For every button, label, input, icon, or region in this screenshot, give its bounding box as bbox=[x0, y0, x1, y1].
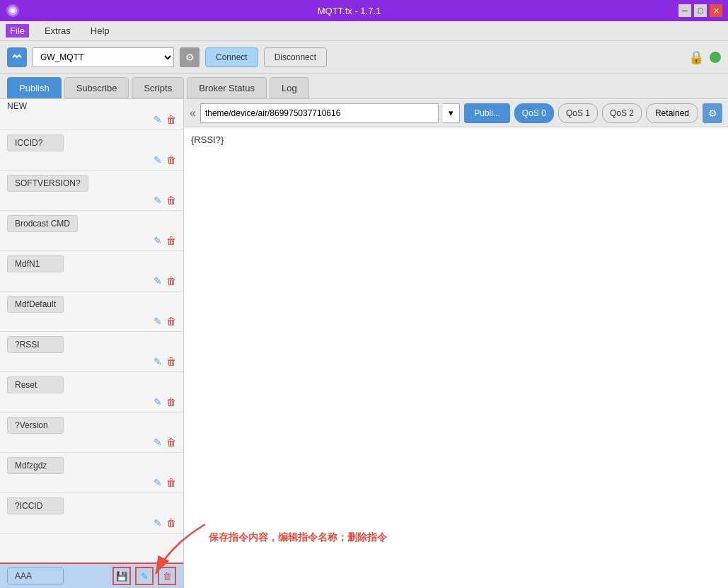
topic-settings-button[interactable]: ⚙ bbox=[703, 103, 722, 123]
edit-icon-0[interactable]: ✎ bbox=[154, 154, 162, 166]
app-icon bbox=[6, 4, 20, 18]
svg-point-2 bbox=[11, 8, 15, 13]
retained-button[interactable]: Retained bbox=[646, 103, 698, 123]
status-indicator bbox=[710, 52, 721, 63]
tab-subscribe[interactable]: Subscribe bbox=[64, 77, 129, 98]
edit-icon-4[interactable]: ✎ bbox=[154, 316, 162, 327]
topic-dropdown[interactable]: ▾ bbox=[443, 103, 460, 123]
delete-icon-8[interactable]: 🗑 bbox=[166, 477, 176, 488]
top-item-label: NEW bbox=[7, 101, 27, 111]
annotation-text: 保存指令内容，编辑指令名称；删除指令 bbox=[209, 531, 387, 544]
disconnect-button[interactable]: Disconnect bbox=[264, 47, 327, 67]
edit-icon-3[interactable]: ✎ bbox=[154, 275, 162, 287]
edit-icon-top[interactable]: ✎ bbox=[154, 114, 162, 125]
delete-icon-6[interactable]: 🗑 bbox=[166, 396, 176, 408]
list-item: ?ICCID bbox=[0, 495, 183, 516]
list-item: Mdfzgdz bbox=[0, 454, 183, 475]
edit-icon-bottom: ✎ bbox=[141, 571, 149, 582]
list-item: MdfN1 bbox=[0, 253, 183, 274]
publish-button[interactable]: Publi... bbox=[464, 103, 510, 123]
item-button-reset[interactable]: Reset bbox=[7, 376, 64, 393]
qos1-button[interactable]: QoS 1 bbox=[558, 103, 598, 123]
item-button-brodcast[interactable]: Brodcast CMD bbox=[7, 215, 78, 232]
edit-icon-9[interactable]: ✎ bbox=[154, 517, 162, 529]
delete-action-box[interactable]: 🗑 bbox=[158, 567, 176, 585]
item-button-iccid[interactable]: ICCID? bbox=[7, 134, 64, 151]
connect-button[interactable]: Connect bbox=[205, 47, 258, 67]
item-button-mdfn1[interactable]: MdfN1 bbox=[7, 255, 64, 272]
right-panel: « ▾ Publi... QoS 0 QoS 1 QoS 2 Retained … bbox=[184, 99, 728, 588]
left-panel-bottom: AAA 💾 ✎ 🗑 bbox=[0, 563, 183, 588]
lock-icon: 🔒 bbox=[688, 50, 704, 65]
maximize-button[interactable]: □ bbox=[694, 4, 707, 17]
edit-icon-1[interactable]: ✎ bbox=[154, 195, 162, 206]
left-panel: NEW ✎ 🗑 ICCID? ✎ 🗑 SOFTVERSION? ✎ 🗑 Brod… bbox=[0, 99, 184, 588]
list-item: Reset bbox=[0, 374, 183, 395]
save-action-box[interactable]: 💾 bbox=[112, 567, 131, 585]
delete-icon-bottom: 🗑 bbox=[163, 571, 172, 582]
connection-icon bbox=[7, 47, 27, 67]
back-button[interactable]: « bbox=[190, 107, 196, 120]
delete-icon-2[interactable]: 🗑 bbox=[166, 235, 176, 246]
item-button-iccid2[interactable]: ?ICCID bbox=[7, 497, 64, 514]
tab-broker-status[interactable]: Broker Status bbox=[187, 77, 267, 98]
annotation-container: 保存指令内容，编辑指令名称；删除指令 bbox=[209, 531, 387, 544]
toolbar: GW_MQTT ⚙ Connect Disconnect 🔒 bbox=[0, 41, 728, 74]
delete-icon-3[interactable]: 🗑 bbox=[166, 275, 176, 287]
edit-icon-2[interactable]: ✎ bbox=[154, 235, 162, 246]
delete-icon-9[interactable]: 🗑 bbox=[166, 517, 176, 529]
item-button-softversion[interactable]: SOFTVERSION? bbox=[7, 175, 88, 192]
tab-scripts[interactable]: Scripts bbox=[132, 77, 184, 98]
item-button-aaa[interactable]: AAA bbox=[7, 567, 64, 584]
menu-extras[interactable]: Extras bbox=[40, 24, 75, 38]
main-content: NEW ✎ 🗑 ICCID? ✎ 🗑 SOFTVERSION? ✎ 🗑 Brod… bbox=[0, 99, 728, 588]
list-item: SOFTVERSION? bbox=[0, 172, 183, 193]
delete-icon-top[interactable]: 🗑 bbox=[166, 114, 176, 125]
tabbar: Publish Subscribe Scripts Broker Status … bbox=[0, 74, 728, 99]
app-title: MQTT.fx - 1.7.1 bbox=[20, 6, 678, 16]
edit-icon-8[interactable]: ✎ bbox=[154, 477, 162, 488]
edit-icon-5[interactable]: ✎ bbox=[154, 356, 162, 367]
tab-publish[interactable]: Publish bbox=[7, 77, 62, 98]
delete-icon-5[interactable]: 🗑 bbox=[166, 356, 176, 367]
broker-select[interactable]: GW_MQTT bbox=[33, 47, 174, 67]
item-button-rssi[interactable]: ?RSSI bbox=[7, 336, 64, 353]
message-area[interactable]: {RSSI?} bbox=[184, 127, 728, 588]
titlebar: MQTT.fx - 1.7.1 ─ □ ✕ bbox=[0, 0, 728, 21]
list-item: MdfDefault bbox=[0, 293, 183, 314]
topic-bar: « ▾ Publi... QoS 0 QoS 1 QoS 2 Retained … bbox=[184, 99, 728, 127]
item-button-version[interactable]: ?Version bbox=[7, 417, 64, 434]
list-item: ?RSSI bbox=[0, 333, 183, 354]
menubar: File Extras Help bbox=[0, 21, 728, 41]
menu-help[interactable]: Help bbox=[86, 24, 114, 38]
delete-icon-7[interactable]: 🗑 bbox=[166, 437, 176, 448]
item-button-mdfzgdz[interactable]: Mdfzgdz bbox=[7, 457, 64, 474]
qos2-button[interactable]: QoS 2 bbox=[602, 103, 642, 123]
tab-log[interactable]: Log bbox=[270, 77, 309, 98]
list-item: Brodcast CMD bbox=[0, 212, 183, 234]
menu-file[interactable]: File bbox=[6, 24, 29, 38]
topic-input[interactable] bbox=[200, 103, 439, 123]
save-icon: 💾 bbox=[116, 571, 127, 582]
close-button[interactable]: ✕ bbox=[710, 4, 722, 17]
delete-icon-1[interactable]: 🗑 bbox=[166, 195, 176, 206]
settings-button[interactable]: ⚙ bbox=[180, 47, 200, 67]
item-button-mdfdefault[interactable]: MdfDefault bbox=[7, 296, 64, 313]
edit-icon-7[interactable]: ✎ bbox=[154, 437, 162, 448]
message-content: {RSSI?} bbox=[191, 134, 721, 145]
list-item: ICCID? bbox=[0, 132, 183, 153]
delete-icon-4[interactable]: 🗑 bbox=[166, 316, 176, 327]
delete-icon-0[interactable]: 🗑 bbox=[166, 154, 176, 166]
list-item: ?Version bbox=[0, 414, 183, 435]
minimize-button[interactable]: ─ bbox=[678, 4, 691, 17]
edit-icon-6[interactable]: ✎ bbox=[154, 396, 162, 408]
edit-action-box[interactable]: ✎ bbox=[135, 567, 154, 585]
qos0-button[interactable]: QoS 0 bbox=[514, 103, 554, 123]
